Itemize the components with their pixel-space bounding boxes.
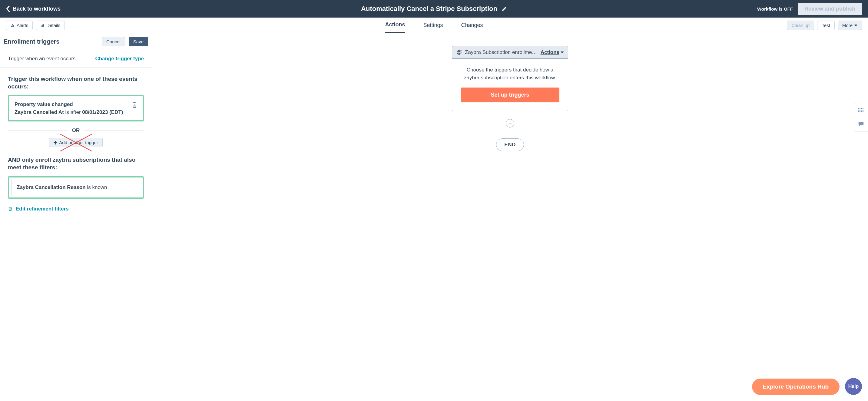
pencil-icon[interactable] xyxy=(501,6,507,11)
details-button[interactable]: Details xyxy=(36,21,65,30)
sub-header-left: Alerts Details xyxy=(0,21,71,30)
alerts-label: Alerts xyxy=(17,23,28,28)
workflow-status: Workflow is OFF xyxy=(757,6,793,11)
svg-rect-4 xyxy=(43,24,44,27)
header-right: Workflow is OFF Review and publish xyxy=(757,3,862,15)
sub-header-right: Clean up Test More xyxy=(781,21,868,30)
sub-header-tabs: Actions Settings Changes xyxy=(385,18,483,33)
back-label: Back to workflows xyxy=(13,6,61,12)
sub-header: Alerts Details Actions Settings Changes … xyxy=(0,18,868,33)
svg-rect-1 xyxy=(12,26,13,26)
tab-settings[interactable]: Settings xyxy=(423,18,443,33)
more-button[interactable]: More xyxy=(838,21,862,30)
more-label: More xyxy=(842,23,852,28)
details-label: Details xyxy=(46,23,60,28)
chevron-left-icon xyxy=(6,6,10,12)
chevron-down-icon xyxy=(855,24,858,27)
cleanup-button[interactable]: Clean up xyxy=(787,21,814,30)
alert-icon xyxy=(10,23,15,28)
header-bar: Back to workflows Automatically Cancel a… xyxy=(0,0,868,18)
test-button[interactable]: Test xyxy=(817,21,835,30)
svg-rect-3 xyxy=(42,25,43,27)
workflow-title-wrap: Automatically Cancel a Stripe Subscripti… xyxy=(361,5,507,13)
svg-rect-2 xyxy=(41,25,41,27)
svg-rect-0 xyxy=(12,25,13,26)
tab-actions[interactable]: Actions xyxy=(385,18,405,33)
workflow-title: Automatically Cancel a Stripe Subscripti… xyxy=(361,5,497,13)
review-and-publish-button[interactable]: Review and publish xyxy=(798,3,862,15)
alerts-button[interactable]: Alerts xyxy=(6,21,33,30)
back-to-workflows-link[interactable]: Back to workflows xyxy=(6,6,61,12)
tab-changes[interactable]: Changes xyxy=(461,18,483,33)
bar-chart-icon xyxy=(40,23,44,28)
